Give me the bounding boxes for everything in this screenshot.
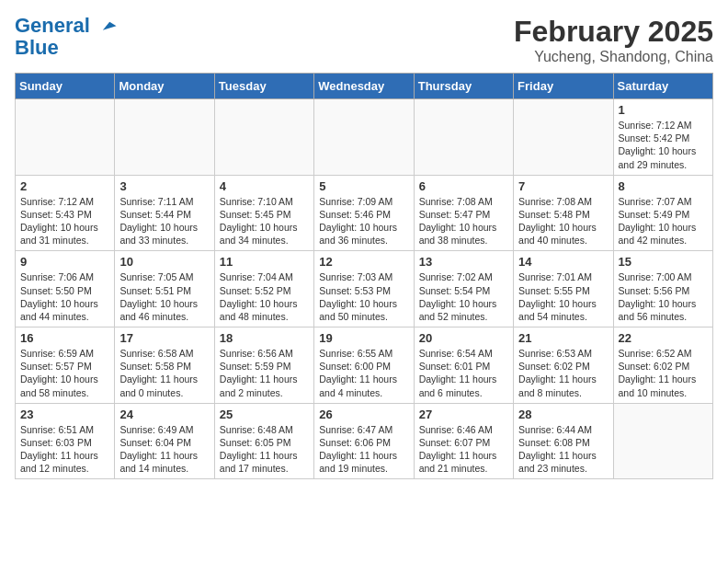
calendar-body: 1Sunrise: 7:12 AM Sunset: 5:42 PM Daylig… xyxy=(16,99,713,479)
day-info: Sunrise: 7:08 AM Sunset: 5:47 PM Dayligh… xyxy=(419,195,508,247)
day-info: Sunrise: 7:05 AM Sunset: 5:51 PM Dayligh… xyxy=(119,270,209,323)
svg-marker-0 xyxy=(103,22,117,30)
day-cell: 28Sunrise: 6:44 AM Sunset: 6:08 PM Dayli… xyxy=(514,403,613,479)
day-number: 28 xyxy=(518,408,608,421)
day-cell xyxy=(214,99,313,176)
day-cell xyxy=(16,99,115,176)
calendar-table: SundayMondayTuesdayWednesdayThursdayFrid… xyxy=(15,73,713,479)
weekday-header-monday: Monday xyxy=(115,74,214,99)
day-cell: 22Sunrise: 6:52 AM Sunset: 6:02 PM Dayli… xyxy=(613,327,712,404)
logo-line2: Blue xyxy=(15,37,118,59)
day-info: Sunrise: 7:08 AM Sunset: 5:48 PM Dayligh… xyxy=(518,195,608,247)
day-number: 20 xyxy=(419,331,508,345)
day-number: 17 xyxy=(119,331,209,345)
week-row-2: 9Sunrise: 7:06 AM Sunset: 5:50 PM Daylig… xyxy=(16,251,713,327)
day-number: 22 xyxy=(619,331,708,345)
logo-text: General xyxy=(15,15,118,37)
location-subtitle: Yucheng, Shandong, China xyxy=(514,49,713,65)
day-cell: 24Sunrise: 6:49 AM Sunset: 6:04 PM Dayli… xyxy=(115,403,214,479)
day-info: Sunrise: 6:55 AM Sunset: 6:00 PM Dayligh… xyxy=(319,347,408,399)
weekday-header-row: SundayMondayTuesdayWednesdayThursdayFrid… xyxy=(16,74,713,99)
day-number: 3 xyxy=(119,179,209,193)
day-info: Sunrise: 7:12 AM Sunset: 5:42 PM Dayligh… xyxy=(619,119,708,171)
day-cell: 26Sunrise: 6:47 AM Sunset: 6:06 PM Dayli… xyxy=(314,403,414,479)
day-number: 26 xyxy=(319,408,408,421)
day-info: Sunrise: 6:59 AM Sunset: 5:57 PM Dayligh… xyxy=(20,347,109,399)
day-info: Sunrise: 7:03 AM Sunset: 5:53 PM Dayligh… xyxy=(319,270,408,323)
day-cell: 6Sunrise: 7:08 AM Sunset: 5:47 PM Daylig… xyxy=(414,175,513,251)
day-info: Sunrise: 6:47 AM Sunset: 6:06 PM Dayligh… xyxy=(319,423,408,476)
day-cell: 3Sunrise: 7:11 AM Sunset: 5:44 PM Daylig… xyxy=(115,175,214,251)
day-info: Sunrise: 7:11 AM Sunset: 5:44 PM Dayligh… xyxy=(119,195,209,247)
day-cell: 13Sunrise: 7:02 AM Sunset: 5:54 PM Dayli… xyxy=(414,251,513,327)
day-info: Sunrise: 6:44 AM Sunset: 6:08 PM Dayligh… xyxy=(518,423,608,476)
day-info: Sunrise: 6:48 AM Sunset: 6:05 PM Dayligh… xyxy=(220,423,309,476)
day-cell xyxy=(115,99,214,176)
day-number: 24 xyxy=(119,408,209,421)
day-cell: 19Sunrise: 6:55 AM Sunset: 6:00 PM Dayli… xyxy=(314,327,414,404)
day-info: Sunrise: 7:12 AM Sunset: 5:43 PM Dayligh… xyxy=(20,195,109,247)
day-info: Sunrise: 7:07 AM Sunset: 5:49 PM Dayligh… xyxy=(619,195,708,247)
weekday-header-saturday: Saturday xyxy=(613,74,712,99)
day-number: 21 xyxy=(518,331,608,345)
day-cell: 20Sunrise: 6:54 AM Sunset: 6:01 PM Dayli… xyxy=(414,327,513,404)
day-number: 14 xyxy=(518,255,608,269)
logo: General Blue xyxy=(15,15,118,59)
day-number: 5 xyxy=(319,179,408,193)
day-info: Sunrise: 7:09 AM Sunset: 5:46 PM Dayligh… xyxy=(319,195,408,247)
day-cell: 8Sunrise: 7:07 AM Sunset: 5:49 PM Daylig… xyxy=(613,175,712,251)
weekday-header-thursday: Thursday xyxy=(414,74,513,99)
day-cell: 12Sunrise: 7:03 AM Sunset: 5:53 PM Dayli… xyxy=(314,251,414,327)
day-number: 6 xyxy=(419,179,508,193)
day-info: Sunrise: 7:10 AM Sunset: 5:45 PM Dayligh… xyxy=(220,195,309,247)
day-info: Sunrise: 6:51 AM Sunset: 6:03 PM Dayligh… xyxy=(20,423,109,476)
day-info: Sunrise: 7:04 AM Sunset: 5:52 PM Dayligh… xyxy=(220,270,309,323)
day-cell: 17Sunrise: 6:58 AM Sunset: 5:58 PM Dayli… xyxy=(115,327,214,404)
day-number: 8 xyxy=(619,179,708,193)
day-cell xyxy=(514,99,613,176)
day-info: Sunrise: 7:01 AM Sunset: 5:55 PM Dayligh… xyxy=(518,270,608,323)
week-row-0: 1Sunrise: 7:12 AM Sunset: 5:42 PM Daylig… xyxy=(16,99,713,176)
day-cell: 25Sunrise: 6:48 AM Sunset: 6:05 PM Dayli… xyxy=(214,403,313,479)
day-info: Sunrise: 6:56 AM Sunset: 5:59 PM Dayligh… xyxy=(220,347,309,399)
day-cell: 21Sunrise: 6:53 AM Sunset: 6:02 PM Dayli… xyxy=(514,327,613,404)
day-number: 15 xyxy=(619,255,708,269)
day-number: 1 xyxy=(619,103,708,117)
day-cell xyxy=(314,99,414,176)
day-cell: 27Sunrise: 6:46 AM Sunset: 6:07 PM Dayli… xyxy=(414,403,513,479)
day-number: 13 xyxy=(419,255,508,269)
day-cell: 18Sunrise: 6:56 AM Sunset: 5:59 PM Dayli… xyxy=(214,327,313,404)
day-cell xyxy=(613,403,712,479)
day-cell: 2Sunrise: 7:12 AM Sunset: 5:43 PM Daylig… xyxy=(16,175,115,251)
page-header: General Blue February 2025 Yucheng, Shan… xyxy=(15,15,713,65)
weekday-header-friday: Friday xyxy=(514,74,613,99)
day-number: 12 xyxy=(319,255,408,269)
day-number: 18 xyxy=(220,331,309,345)
day-info: Sunrise: 7:06 AM Sunset: 5:50 PM Dayligh… xyxy=(20,270,109,323)
day-cell: 4Sunrise: 7:10 AM Sunset: 5:45 PM Daylig… xyxy=(214,175,313,251)
day-info: Sunrise: 6:49 AM Sunset: 6:04 PM Dayligh… xyxy=(119,423,209,476)
day-info: Sunrise: 7:00 AM Sunset: 5:56 PM Dayligh… xyxy=(619,270,708,323)
weekday-header-tuesday: Tuesday xyxy=(214,74,313,99)
day-number: 11 xyxy=(220,255,309,269)
day-number: 16 xyxy=(20,331,109,345)
day-cell: 15Sunrise: 7:00 AM Sunset: 5:56 PM Dayli… xyxy=(613,251,712,327)
weekday-header-wednesday: Wednesday xyxy=(314,74,414,99)
day-cell: 16Sunrise: 6:59 AM Sunset: 5:57 PM Dayli… xyxy=(16,327,115,404)
day-cell: 5Sunrise: 7:09 AM Sunset: 5:46 PM Daylig… xyxy=(314,175,414,251)
day-cell: 14Sunrise: 7:01 AM Sunset: 5:55 PM Dayli… xyxy=(514,251,613,327)
day-cell: 10Sunrise: 7:05 AM Sunset: 5:51 PM Dayli… xyxy=(115,251,214,327)
week-row-3: 16Sunrise: 6:59 AM Sunset: 5:57 PM Dayli… xyxy=(16,327,713,404)
weekday-header-sunday: Sunday xyxy=(16,74,115,99)
day-number: 10 xyxy=(119,255,209,269)
week-row-4: 23Sunrise: 6:51 AM Sunset: 6:03 PM Dayli… xyxy=(16,403,713,479)
day-info: Sunrise: 6:53 AM Sunset: 6:02 PM Dayligh… xyxy=(518,347,608,399)
day-number: 9 xyxy=(20,255,109,269)
logo-icon xyxy=(97,17,118,37)
day-cell: 11Sunrise: 7:04 AM Sunset: 5:52 PM Dayli… xyxy=(214,251,313,327)
day-info: Sunrise: 6:58 AM Sunset: 5:58 PM Dayligh… xyxy=(119,347,209,399)
day-number: 7 xyxy=(518,179,608,193)
week-row-1: 2Sunrise: 7:12 AM Sunset: 5:43 PM Daylig… xyxy=(16,175,713,251)
day-info: Sunrise: 6:54 AM Sunset: 6:01 PM Dayligh… xyxy=(419,347,508,399)
day-cell xyxy=(414,99,513,176)
